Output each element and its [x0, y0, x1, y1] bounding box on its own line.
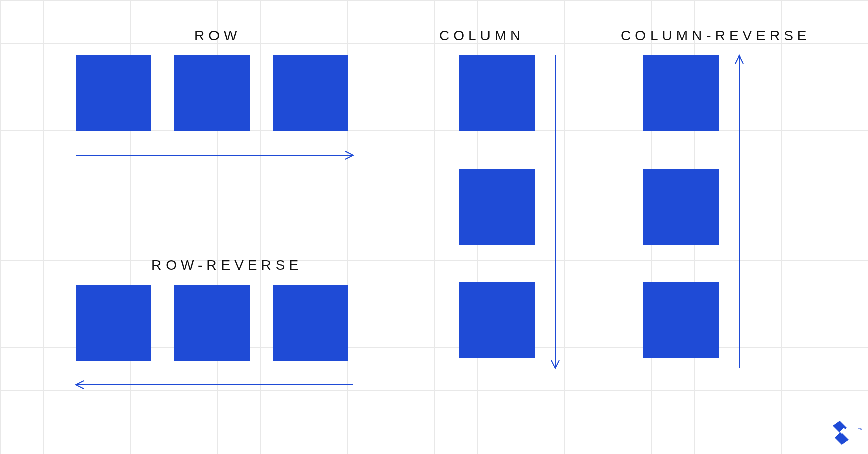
- column-box-1: [459, 55, 535, 131]
- column-arrow: [550, 55, 560, 373]
- row-box-1: [76, 55, 151, 131]
- trademark-symbol: ™: [858, 427, 863, 433]
- row-reverse-box-2: [174, 285, 250, 361]
- column-reverse-box-3: [643, 282, 719, 358]
- row-reverse-arrow: [71, 380, 353, 390]
- column-reverse-arrow: [734, 50, 744, 373]
- row-reverse-box-1: [76, 285, 151, 361]
- row-arrow: [76, 150, 358, 160]
- row-box-2: [174, 55, 250, 131]
- column-box-3: [459, 282, 535, 358]
- row-box-3: [273, 55, 348, 131]
- column-reverse-box-1: [643, 55, 719, 131]
- label-row-reverse: ROW-REVERSE: [151, 257, 302, 273]
- label-column-reverse: COLUMN-REVERSE: [621, 28, 810, 44]
- row-reverse-box-3: [273, 285, 348, 361]
- label-row: ROW: [194, 28, 241, 44]
- column-reverse-box-2: [643, 169, 719, 245]
- label-column: COLUMN: [439, 28, 524, 44]
- toptal-logo: [833, 421, 853, 445]
- column-box-2: [459, 169, 535, 245]
